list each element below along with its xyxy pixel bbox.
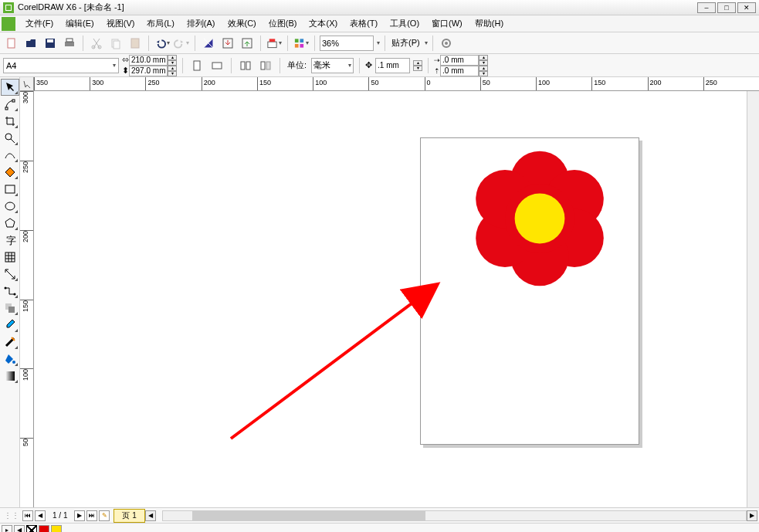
portrait-button[interactable] <box>188 57 205 74</box>
zoom-tool[interactable] <box>1 130 19 147</box>
publish-pdf-button[interactable]: ▾ <box>266 35 283 52</box>
rectangle-tool[interactable] <box>1 181 19 198</box>
dup-y-input[interactable] <box>440 66 479 76</box>
menu-arrange[interactable]: 排列(A) <box>181 16 222 31</box>
swatch-red[interactable] <box>39 525 49 533</box>
search-content-button[interactable] <box>200 35 217 52</box>
print-button[interactable] <box>61 35 78 52</box>
hscroll-left[interactable]: ◀ <box>145 510 156 521</box>
prev-page-button[interactable]: ◀ <box>35 510 46 521</box>
freehand-tool[interactable] <box>1 147 19 164</box>
menu-table[interactable]: 表格(T) <box>344 16 384 31</box>
menu-bitmaps[interactable]: 位图(B) <box>263 16 303 31</box>
menu-view[interactable]: 视图(V) <box>100 16 141 31</box>
menu-window[interactable]: 窗口(W) <box>425 16 469 31</box>
dupx-up[interactable]: ▴ <box>479 55 488 60</box>
menu-edit[interactable]: 编辑(E) <box>59 16 100 31</box>
landscape-button[interactable] <box>208 57 225 74</box>
copy-button[interactable] <box>107 35 124 52</box>
vertical-scrollbar[interactable] <box>747 91 759 507</box>
interactive-tool[interactable] <box>1 300 19 317</box>
height-up[interactable]: ▴ <box>168 66 177 71</box>
add-page-button[interactable]: ✎ <box>99 510 110 521</box>
swatch-yellow[interactable] <box>51 525 62 533</box>
menu-effects[interactable]: 效果(C) <box>222 16 263 31</box>
new-button[interactable] <box>3 35 20 52</box>
palette-flyout-icon[interactable]: ▸ <box>2 525 12 533</box>
next-page-button[interactable]: ▶ <box>74 510 85 521</box>
width-down[interactable]: ▾ <box>168 60 177 66</box>
zoom-level-input[interactable] <box>320 36 374 51</box>
polygon-tool[interactable] <box>1 215 19 232</box>
svg-point-30 <box>5 202 15 210</box>
dupy-up[interactable]: ▴ <box>479 66 488 71</box>
page-width-input[interactable] <box>129 55 168 66</box>
menu-layout[interactable]: 布局(L) <box>141 16 180 31</box>
last-page-button[interactable]: ⏭ <box>86 510 97 521</box>
paste-button[interactable] <box>127 35 144 52</box>
hscroll-right[interactable]: ▶ <box>747 510 757 521</box>
interactive-fill-tool[interactable] <box>1 368 19 385</box>
undo-button[interactable]: ▾ <box>154 35 171 52</box>
all-pages-button[interactable] <box>237 57 254 74</box>
minimize-button[interactable]: – <box>697 2 716 13</box>
ellipse-tool[interactable] <box>1 198 19 215</box>
menu-tools[interactable]: 工具(O) <box>384 16 425 31</box>
units-combo[interactable]: 毫米 ▾ <box>311 58 354 73</box>
page-size-combo[interactable]: A4 ▾ <box>3 58 119 73</box>
export-button[interactable] <box>239 35 256 52</box>
horizontal-scrollbar[interactable] <box>162 510 747 521</box>
svg-rect-17 <box>300 43 303 47</box>
hruler-tick: 50 <box>480 77 481 91</box>
smart-fill-tool[interactable] <box>1 164 19 181</box>
dimension-tool[interactable] <box>1 266 19 283</box>
page-tab-1[interactable]: 页 1 <box>114 509 144 523</box>
snap-label[interactable]: 贴齐(P) <box>390 37 422 49</box>
cut-button[interactable] <box>88 35 105 52</box>
maximize-button[interactable]: □ <box>717 2 736 13</box>
redo-button[interactable]: ▾ <box>173 35 190 52</box>
palette-scroll-left[interactable]: ◀ <box>14 525 25 533</box>
nudge-down[interactable]: ▾ <box>413 66 422 71</box>
text-tool[interactable]: 字 <box>1 232 19 249</box>
flower-shape[interactable] <box>470 149 609 288</box>
zoom-dropdown-icon[interactable]: ▾ <box>377 39 380 46</box>
app-menu-icon[interactable] <box>2 17 15 31</box>
shape-tool[interactable] <box>1 96 19 113</box>
table-tool[interactable] <box>1 249 19 266</box>
outline-tool[interactable] <box>1 334 19 351</box>
dup-x-input[interactable] <box>440 55 479 66</box>
import-button[interactable] <box>219 35 236 52</box>
drawing-canvas[interactable] <box>34 91 747 507</box>
svg-rect-26 <box>5 107 8 110</box>
width-up[interactable]: ▴ <box>168 55 177 60</box>
open-button[interactable] <box>22 35 39 52</box>
no-fill-swatch[interactable] <box>26 525 37 533</box>
svg-rect-25 <box>266 62 270 69</box>
nudge-up[interactable]: ▴ <box>413 60 422 66</box>
menu-help[interactable]: 帮助(H) <box>469 16 510 31</box>
first-page-button[interactable]: ⏮ <box>22 510 33 521</box>
ruler-origin[interactable] <box>20 77 34 91</box>
hruler-tick: 0 <box>425 77 425 91</box>
page-height-input[interactable] <box>129 66 168 76</box>
eyedropper-tool[interactable] <box>1 317 19 334</box>
app-launcher-button[interactable]: ▾ <box>293 35 310 52</box>
dupx-down[interactable]: ▾ <box>479 60 488 66</box>
horizontal-ruler[interactable]: 35030025020015010050050100150200250300 <box>20 77 759 91</box>
vertical-ruler[interactable]: 300250200150100500 <box>20 91 34 507</box>
save-button[interactable] <box>42 35 59 52</box>
height-down[interactable]: ▾ <box>168 71 177 76</box>
menu-text[interactable]: 文本(X) <box>303 16 344 31</box>
dupy-down[interactable]: ▾ <box>479 71 488 76</box>
current-page-button[interactable] <box>257 57 274 74</box>
options-button[interactable] <box>438 35 455 52</box>
pick-tool[interactable] <box>1 79 19 96</box>
connector-tool[interactable] <box>1 283 19 300</box>
close-button[interactable]: ✕ <box>737 2 756 13</box>
nudge-input[interactable] <box>375 58 410 73</box>
nav-grip-icon[interactable]: ⋮⋮ <box>2 511 22 520</box>
fill-tool[interactable] <box>1 351 19 368</box>
crop-tool[interactable] <box>1 113 19 130</box>
menu-file[interactable]: 文件(F) <box>19 16 59 31</box>
